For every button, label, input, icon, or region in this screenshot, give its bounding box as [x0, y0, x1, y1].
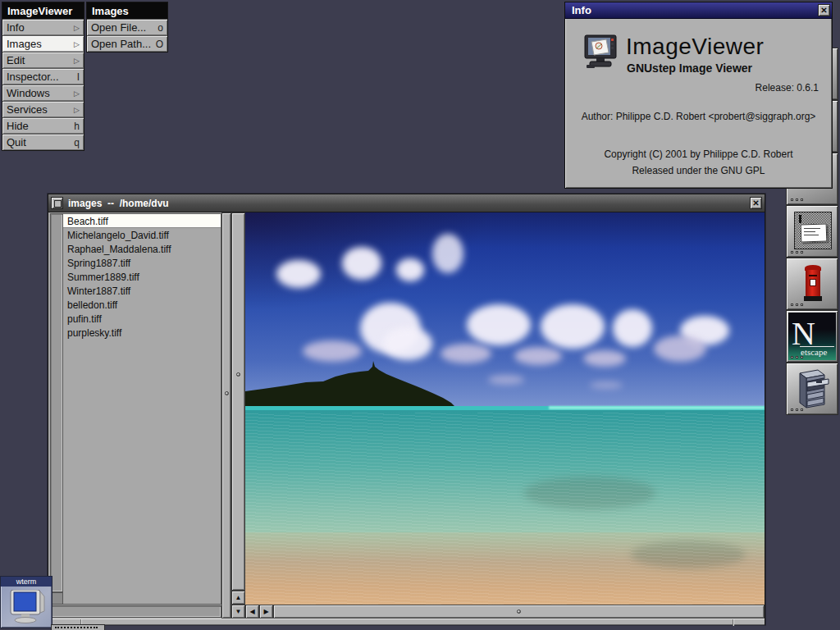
running-dots	[791, 199, 803, 201]
file-row[interactable]: belledon.tiff	[63, 298, 221, 312]
menu-item-info[interactable]: Info ▷	[2, 20, 84, 35]
close-icon[interactable]: ✕	[750, 197, 762, 209]
app-subtitle: GNUstep Image Viewer	[627, 62, 752, 75]
file-row[interactable]: Spring1887.tiff	[63, 256, 221, 270]
file-list-vscrollbar[interactable]	[50, 213, 63, 592]
water-shimmer	[245, 413, 765, 605]
menu-item-open-path[interactable]: Open Path... O	[87, 36, 167, 52]
netscape-icon: N etscape	[788, 313, 836, 360]
scroll-left-button[interactable]: ◀	[245, 605, 259, 619]
divider-dimple-icon	[225, 391, 229, 395]
copyright-label: Copyright (C) 2001 by Philippe C.D. Robe…	[565, 148, 832, 160]
file-row[interactable]: purplesky.tiff	[63, 326, 221, 340]
running-dots	[791, 409, 803, 411]
file-row-selected[interactable]: Beach.tiff	[63, 214, 221, 228]
file-row[interactable]: Raphael_Maddalena.tiff	[63, 242, 221, 256]
file-row[interactable]: Michelangelo_David.tiff	[63, 228, 221, 242]
menu-item-inspector[interactable]: Inspector... I	[2, 69, 84, 84]
partial-miniwindow[interactable]	[51, 624, 105, 630]
scroll-down-button[interactable]: ▼	[231, 605, 245, 619]
menu-item-images[interactable]: Images ▷	[2, 36, 84, 52]
submenu-arrow-icon: ▷	[74, 40, 80, 48]
release-label: Release: 0.6.1	[756, 82, 819, 94]
file-row[interactable]: pufin.tiff	[63, 312, 221, 326]
resize-notch	[733, 619, 734, 626]
file-row[interactable]: Summer1889.tiff	[63, 270, 221, 284]
scroll-right-button[interactable]: ▶	[259, 605, 273, 619]
info-panel-title: Info	[572, 4, 818, 16]
running-dots	[791, 304, 803, 306]
app-name: ImageViewer	[626, 34, 764, 60]
menu-item-edit[interactable]: Edit ▷	[2, 52, 84, 68]
knob-dimple-icon	[517, 609, 521, 614]
submenu-arrow-icon: ▷	[74, 57, 80, 65]
imageviewer-app-icon	[582, 34, 621, 71]
menu-item-services[interactable]: Services ▷	[2, 102, 84, 117]
menu-item-hide[interactable]: Hide h	[2, 118, 84, 134]
file-row[interactable]: Winter1887.tiff	[63, 284, 221, 298]
main-menu: ImageViewer Info ▷ Images ▷ Edit ▷ Inspe…	[2, 2, 84, 151]
image-hscrollbar-knob[interactable]	[273, 605, 765, 619]
close-icon[interactable]: ✕	[818, 4, 830, 16]
wterm-miniwindow[interactable]: wterm	[0, 576, 52, 628]
horizon-glow	[549, 406, 765, 409]
image-vscrollbar-knob[interactable]	[231, 212, 245, 591]
info-titlebar[interactable]: Info ✕	[565, 2, 832, 19]
license-label: Released under the GNU GPL	[565, 165, 832, 176]
scroll-up-button[interactable]: ▲	[231, 591, 245, 605]
viewer-window-title: images -- /home/dvu	[68, 198, 750, 209]
resize-bar[interactable]	[48, 619, 765, 625]
dock-tile-filecabinet[interactable]	[786, 363, 838, 415]
submenu-arrow-icon: ▷	[74, 24, 80, 32]
menu-item-windows[interactable]: Windows ▷	[2, 85, 84, 101]
submenu-arrow-icon: ▷	[74, 89, 80, 98]
images-submenu-title[interactable]: Images	[87, 2, 167, 19]
miniaturize-button[interactable]	[51, 197, 63, 209]
terminal-icon	[9, 590, 45, 624]
wterm-label: wterm	[1, 577, 52, 587]
split-divider-handle[interactable]	[221, 212, 231, 619]
viewer-titlebar[interactable]: images -- /home/dvu ✕	[48, 194, 765, 212]
postbox-icon	[804, 265, 822, 303]
running-dots	[791, 251, 803, 253]
dock-tile-postbox[interactable]	[786, 258, 838, 310]
author-label: Author: Philippe C.D. Robert <probert@si…	[565, 111, 832, 122]
viewer-window: images -- /home/dvu ✕ Beach.tiff Michela…	[48, 194, 765, 625]
submenu-arrow-icon: ▷	[74, 106, 80, 114]
file-list: Beach.tiff Michelangelo_David.tiff Rapha…	[63, 213, 221, 605]
file-list-hscrollbar[interactable]	[50, 605, 221, 618]
main-menu-title[interactable]: ImageViewer	[2, 2, 84, 19]
dock-tile-netscape[interactable]: N etscape	[786, 310, 838, 363]
menu-item-quit[interactable]: Quit q	[2, 135, 84, 150]
netscape-etscape: etscape	[801, 347, 827, 357]
beach-image	[245, 212, 765, 605]
menu-item-open-file[interactable]: Open File... o	[87, 20, 167, 35]
info-panel: Info ✕ ImageViewer GNUstep Image Viewer …	[564, 2, 833, 189]
dock-tile-mail[interactable]	[786, 205, 838, 258]
mail-icon	[794, 212, 832, 249]
knob-dimple-icon	[236, 372, 240, 377]
images-submenu: Images Open File... o Open Path... O	[86, 2, 168, 52]
cabinet-icon	[797, 368, 831, 409]
running-dots	[791, 356, 803, 358]
